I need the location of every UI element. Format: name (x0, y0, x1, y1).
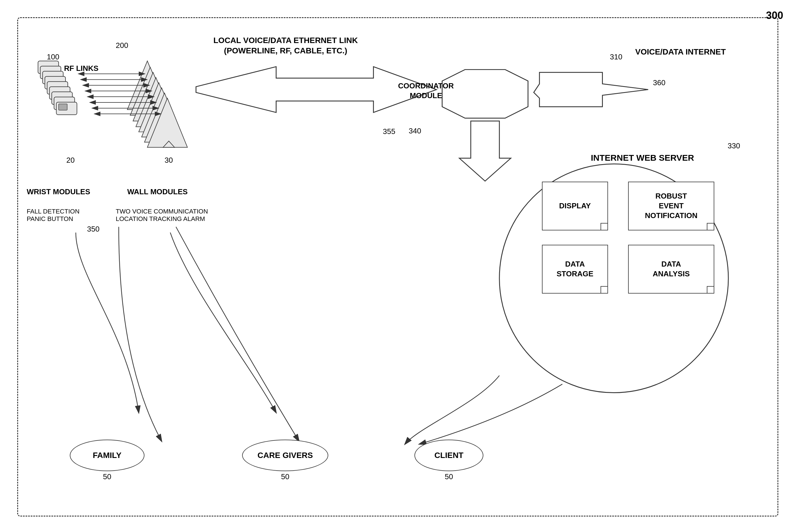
ref-50a: 50 (70, 472, 144, 481)
svg-marker-21 (163, 141, 175, 148)
wall-modules-group (127, 61, 187, 147)
svg-rect-6 (45, 76, 66, 89)
ref-355: 355 (383, 127, 395, 136)
data-analysis-box: DATA ANALYSIS (628, 245, 714, 293)
family-oval-container: FAMILY 50 (70, 440, 144, 481)
family-oval: FAMILY (70, 440, 144, 471)
ethernet-arrow (196, 66, 436, 112)
svg-rect-10 (54, 97, 75, 110)
data-storage-box: DATA STORAGE (542, 245, 608, 293)
down-arrow-coordinator (459, 121, 511, 181)
ethernet-link-label: LOCAL VOICE/DATA ETHERNET LINK (POWERLIN… (213, 35, 358, 56)
svg-marker-32 (459, 121, 511, 181)
svg-marker-18 (142, 88, 182, 137)
coordinator-hexagon (442, 70, 528, 118)
svg-rect-9 (52, 92, 72, 104)
care-givers-oval: CARE GIVERS (242, 440, 328, 471)
svg-marker-17 (139, 83, 179, 132)
wrist-modules-label: WRIST MODULES (27, 187, 90, 196)
client-oval: CLIENT (414, 440, 483, 471)
ref-30: 30 (165, 156, 173, 165)
svg-rect-3 (38, 61, 59, 74)
svg-marker-15 (133, 72, 173, 121)
client-oval-container: CLIENT 50 (414, 440, 483, 481)
coordinator-module-label: COORDINATOR MODULE (388, 81, 463, 101)
svg-rect-5 (42, 71, 63, 84)
svg-marker-20 (147, 98, 187, 147)
wall-sublabel: TWO VOICE COMMUNICATION LOCATION TRACKIN… (116, 200, 208, 223)
ref-50b: 50 (242, 472, 328, 481)
svg-rect-11 (56, 102, 77, 115)
svg-marker-19 (144, 93, 185, 142)
ref-200: 200 (116, 41, 128, 50)
ref-300: 300 (766, 10, 783, 21)
internet-arrow (533, 72, 648, 107)
display-module-box: DISPLAY (542, 182, 608, 230)
svg-marker-14 (130, 67, 170, 115)
diagram-container: 300 LOCAL VOICE/DATA ETHERNET LINK (POWE… (17, 17, 778, 516)
robust-event-notification-box: ROBUST EVENT NOTIFICATION (628, 182, 714, 230)
ref-20: 20 (66, 156, 75, 165)
svg-rect-7 (47, 81, 68, 94)
ref-330: 330 (728, 141, 740, 150)
svg-rect-12 (59, 104, 67, 110)
svg-marker-31 (442, 70, 528, 118)
ref-340: 340 (409, 127, 421, 135)
ref-360: 360 (653, 78, 666, 87)
wall-modules-label: WALL MODULES (127, 187, 187, 196)
rf-links-label: RF LINKS (64, 64, 98, 73)
svg-marker-16 (136, 77, 176, 127)
web-server-label: INTERNET WEB SERVER (562, 153, 723, 163)
svg-marker-13 (127, 61, 167, 109)
ref-350: 350 (87, 225, 99, 233)
ref-310: 310 (610, 53, 622, 61)
svg-rect-4 (40, 66, 61, 79)
svg-rect-8 (49, 87, 70, 99)
ref-50c: 50 (414, 472, 483, 481)
ref-100: 100 (47, 53, 59, 61)
internet-label: VOICE/DATA INTERNET (635, 47, 726, 57)
wrist-sublabel: FALL DETECTION PANIC BUTTON (27, 200, 79, 223)
care-givers-oval-container: CARE GIVERS 50 (242, 440, 328, 481)
svg-marker-33 (533, 72, 648, 107)
svg-marker-30 (196, 66, 436, 112)
